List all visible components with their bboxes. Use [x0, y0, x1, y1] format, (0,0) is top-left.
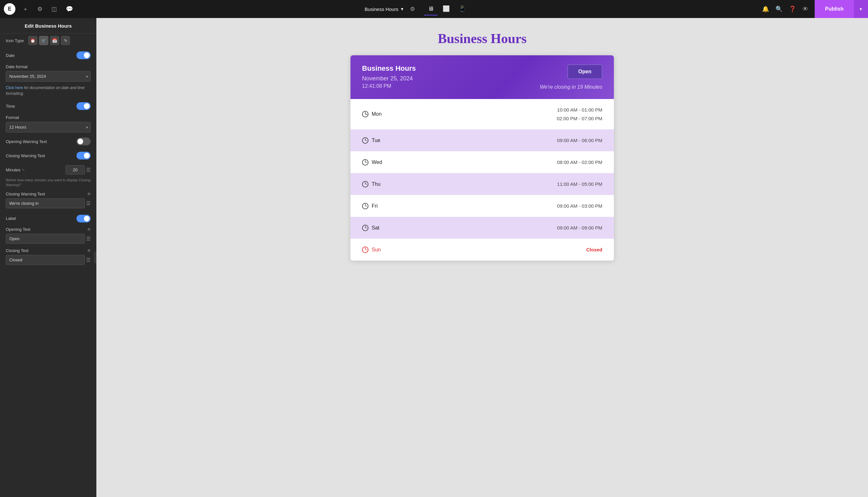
- label-row: Label: [0, 212, 97, 226]
- date-format-label: Date format: [6, 64, 91, 69]
- date-format-select-wrapper: November 25, 2024 ▾: [6, 71, 91, 82]
- minutes-input[interactable]: [65, 165, 85, 174]
- publish-dropdown-arrow[interactable]: ▾: [854, 0, 868, 18]
- closing-warning-toggle[interactable]: [76, 152, 91, 159]
- clock-icon: [362, 159, 368, 166]
- desktop-device-button[interactable]: 🖥: [424, 3, 438, 15]
- opening-warning-toggle[interactable]: [76, 138, 91, 145]
- schedule-day: Wed: [362, 159, 382, 166]
- minutes-row: Minutes ⤡ ☰: [0, 163, 97, 177]
- page-title: Business Hours: [438, 31, 527, 46]
- clock-icon: [362, 181, 368, 187]
- chevron-down-icon: ▾: [401, 6, 403, 12]
- schedule-day: Sun: [362, 246, 381, 253]
- clock-icon: [362, 203, 368, 209]
- icon-type-calendar[interactable]: 📅: [50, 36, 59, 45]
- schedule-row: Tue09:00 AM - 06:00 PM: [351, 130, 614, 152]
- closing-text-input[interactable]: [6, 255, 85, 265]
- time-row: Time: [0, 99, 97, 113]
- opening-dynamic-tag-icon[interactable]: ⊕: [87, 227, 91, 231]
- schedule-hours: 09:00 AM - 03:00 PM: [557, 201, 602, 210]
- icon-type-other[interactable]: ✎: [61, 36, 70, 45]
- date-format-select[interactable]: November 25, 2024: [6, 71, 91, 82]
- clock-icon: [362, 137, 368, 144]
- device-buttons: 🖥 ⬜ 📱: [424, 3, 470, 15]
- add-icon[interactable]: ＋: [20, 3, 30, 15]
- widget-title: Business Hours: [362, 64, 416, 73]
- preview-icon[interactable]: 👁: [800, 3, 811, 15]
- schedule-hours: Closed: [586, 245, 602, 254]
- sidebar: Edit Business Hours Icon Type ⏰ 🛒 📅 ✎ Da…: [0, 18, 97, 497]
- icon-type-row: Icon Type ⏰ 🛒 📅 ✎: [0, 33, 97, 48]
- widget-time: 12:41:08 PM: [362, 83, 416, 89]
- opening-text-input[interactable]: [6, 234, 85, 244]
- widget-date: November 25, 2024: [362, 75, 416, 82]
- sliders-icon[interactable]: ⚙: [35, 3, 44, 14]
- closing-warning-text-input[interactable]: [6, 198, 85, 208]
- minutes-hint: Before how many minutes you want to disp…: [0, 177, 97, 190]
- topbar-right-icons: 🔔 🔍 ❓ 👁: [755, 3, 815, 15]
- day-name: Sun: [372, 247, 381, 253]
- icon-type-label: Icon Type: [6, 38, 24, 43]
- label-label: Label: [6, 216, 16, 221]
- format-select[interactable]: 12 Hours24 Hours: [6, 122, 91, 132]
- date-row: Date: [0, 48, 97, 62]
- schedule-row: Fri09:00 AM - 03:00 PM: [351, 195, 614, 217]
- publish-button[interactable]: Publish: [815, 0, 854, 18]
- minutes-label: Minutes ⤡: [6, 168, 63, 172]
- widget-header-left: Business Hours November 25, 2024 12:41:0…: [362, 64, 416, 89]
- list-icon[interactable]: ☰: [86, 167, 91, 173]
- opening-text-label: Opening Text ⊕: [6, 227, 91, 232]
- date-format-section: Date format November 25, 2024 ▾: [0, 62, 97, 84]
- closing-warning-row: Closing Warning Text: [0, 148, 97, 163]
- minutes-input-wrap: ☰: [65, 165, 91, 174]
- canvas: Business Hours Business Hours November 2…: [97, 18, 868, 497]
- page-name: Business Hours: [365, 6, 398, 12]
- search-icon[interactable]: 🔍: [773, 3, 785, 15]
- schedule-row: Mon10:00 AM - 01:00 PM 02:00 PM - 07:00 …: [351, 99, 614, 130]
- help-icon[interactable]: ❓: [786, 3, 799, 15]
- date-toggle[interactable]: [76, 52, 91, 59]
- chat-icon[interactable]: 💬: [64, 3, 75, 14]
- sidebar-title: Edit Business Hours: [6, 23, 91, 29]
- time-label: Time: [6, 104, 15, 109]
- schedule-row: Thu11:00 AM - 05:00 PM: [351, 173, 614, 195]
- resize-icon: ⤡: [22, 168, 25, 172]
- schedule-row: Wed08:00 AM - 02:00 PM: [351, 152, 614, 173]
- list-icon-4[interactable]: ☰: [86, 257, 91, 263]
- settings-icon[interactable]: ⚙: [407, 3, 417, 15]
- page-selector[interactable]: Business Hours ▾: [361, 3, 407, 14]
- time-toggle[interactable]: [76, 102, 91, 110]
- icon-type-cart[interactable]: 🛒: [39, 36, 48, 45]
- icon-type-clock[interactable]: ⏰: [28, 36, 37, 45]
- layers-icon[interactable]: ◫: [49, 3, 59, 14]
- list-icon-3[interactable]: ☰: [86, 236, 91, 242]
- logo-button[interactable]: E: [4, 3, 15, 15]
- label-toggle[interactable]: [76, 215, 91, 223]
- collapse-handle[interactable]: ‹: [94, 252, 97, 263]
- closing-dynamic-tag-icon[interactable]: ⊕: [87, 248, 91, 253]
- sidebar-header: Edit Business Hours: [0, 18, 97, 33]
- tablet-device-button[interactable]: ⬜: [439, 3, 454, 15]
- format-select-wrapper: 12 Hours24 Hours ▾: [6, 122, 91, 132]
- schedule-container: Mon10:00 AM - 01:00 PM 02:00 PM - 07:00 …: [351, 99, 614, 261]
- day-name: Fri: [372, 203, 378, 209]
- dynamic-tag-icon[interactable]: ⊕: [87, 191, 91, 196]
- topbar-right: 🔔 🔍 ❓ 👁 Publish ▾: [755, 0, 868, 18]
- day-name: Thu: [372, 181, 381, 187]
- clock-icon: [362, 225, 368, 231]
- closing-warning-text-wrap: ☰: [6, 198, 91, 208]
- closing-text-wrap: ☰: [6, 255, 91, 265]
- opening-text-wrap: ☰: [6, 234, 91, 244]
- sidebar-content: Icon Type ⏰ 🛒 📅 ✎ Date Date format Novem…: [0, 33, 97, 274]
- topbar-center: Business Hours ▾ ⚙ 🖥 ⬜ 📱: [361, 3, 470, 15]
- doc-link-anchor[interactable]: Click here: [6, 86, 23, 90]
- widget-header-right: Open We're closing in 19 Minutes: [540, 64, 602, 90]
- schedule-day: Tue: [362, 137, 380, 144]
- mobile-device-button[interactable]: 📱: [455, 3, 470, 15]
- schedule-day: Mon: [362, 111, 382, 117]
- topbar: E ＋ ⚙ ◫ 💬 Business Hours ▾ ⚙ 🖥 ⬜ 📱 🔔 🔍 ❓…: [0, 0, 868, 18]
- notification-icon[interactable]: 🔔: [760, 3, 771, 15]
- schedule-day: Thu: [362, 181, 381, 187]
- list-icon-2[interactable]: ☰: [86, 200, 91, 207]
